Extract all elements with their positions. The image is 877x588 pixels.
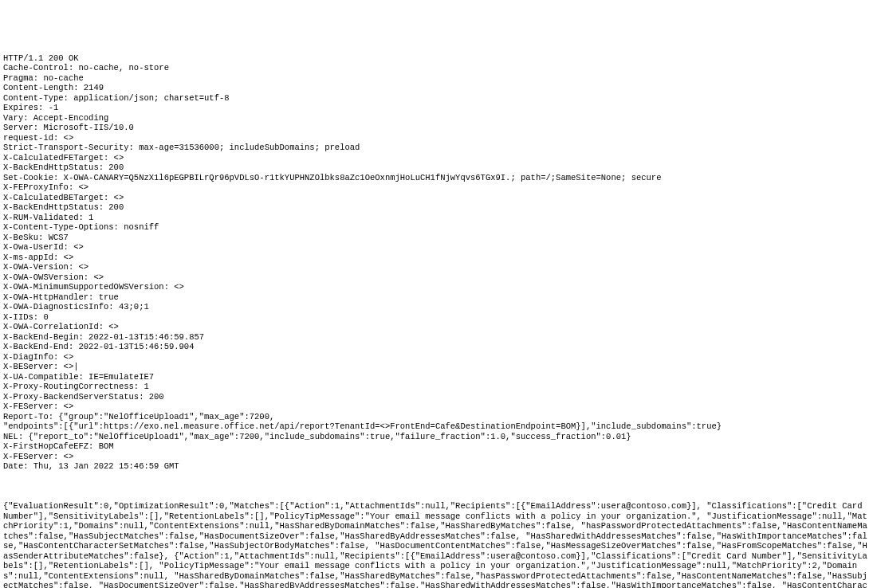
header-line: X-BeSku: WCS7 xyxy=(3,233,69,242)
http-status-line: HTTP/1.1 200 OK xyxy=(3,53,79,63)
header-line: X-BackEndHttpStatus: 200 xyxy=(3,202,124,212)
header-line: X-Proxy-RoutingCorrectness: 1 xyxy=(3,382,149,391)
header-line: "endpoints":[{"url":https://exo.nel.meas… xyxy=(3,421,722,431)
header-line: Expires: -1 xyxy=(3,103,58,112)
header-line: X-FEServer: <> xyxy=(3,402,73,411)
header-line: X-Proxy-BackendServerStatus: 200 xyxy=(3,392,164,402)
json-body-pre: {"EvaluationResult":0,"OptimizationResul… xyxy=(3,501,867,588)
header-line: Content-Type: application/json; charset=… xyxy=(3,93,230,103)
header-line: X-CalculatedBETarget: <> xyxy=(3,193,124,202)
header-line: X-RUM-Validated: 1 xyxy=(3,213,93,222)
http-response-body: {"EvaluationResult":0,"OptimizationResul… xyxy=(3,501,872,588)
header-line: Date: Thu, 13 Jan 2022 15:46:59 GMT xyxy=(3,461,179,471)
header-line: X-BackEnd-End: 2022-01-13T15:46:59.904 xyxy=(3,342,194,351)
header-line: X-BackEndHttpStatus: 200 xyxy=(3,163,124,172)
header-line: Pragma: no-cache xyxy=(3,73,84,83)
header-line: X-ms-appId: <> xyxy=(3,253,73,262)
header-line: X-OWA-CorrelationId: <> xyxy=(3,322,119,331)
header-line: X-UA-Compatible: IE=EmulateIE7 xyxy=(3,372,154,382)
header-line: X-FEProxyInfo: <> xyxy=(3,182,88,192)
header-line: X-BEServer: <>| xyxy=(3,362,79,371)
header-line: Server: Microsoft-IIS/10.0 xyxy=(3,123,134,132)
header-line: X-BackEnd-Begin: 2022-01-13T15:46:59.857 xyxy=(3,332,204,342)
blank-separator xyxy=(3,481,874,492)
header-line: X-IIDs: 0 xyxy=(3,312,49,322)
header-line: Vary: Accept-Encoding xyxy=(3,113,108,123)
header-line: X-OWA-MinimumSupportedOWSVersion: <> xyxy=(3,282,184,292)
header-line: Strict-Transport-Security: max-age=31536… xyxy=(3,143,360,152)
header-line: Cache-Control: no-cache, no-store xyxy=(3,63,169,73)
header-line: X-OWA-HttpHandler: true xyxy=(3,292,119,302)
header-line: X-Content-Type-Options: nosniff xyxy=(3,222,159,232)
header-line: X-CalculatedFETarget: <> xyxy=(3,153,124,163)
header-line: X-OWA-Version: <> xyxy=(3,262,88,272)
header-line: Report-To: {"group":"NelOfficeUpload1","… xyxy=(3,412,274,421)
header-line: X-OWA-DiagnosticsInfo: 43;0;1 xyxy=(3,302,149,312)
header-line: Content-Length: 2149 xyxy=(3,83,104,92)
header-line: X-Owa-UserId: <> xyxy=(3,242,84,252)
header-line: X-DiagInfo: <> xyxy=(3,352,73,362)
header-line: request-id: <> xyxy=(3,133,73,143)
header-line: Set-Cookie: X-OWA-CANARY=Q5NzX1l6pEGPBIL… xyxy=(3,173,661,182)
header-line: X-OWA-OWSVersion: <> xyxy=(3,272,104,282)
http-response-headers: HTTP/1.1 200 OK Cache-Control: no-cache,… xyxy=(3,43,874,472)
header-line: X-FEServer: <> xyxy=(3,452,73,461)
header-line: X-FirstHopCafeEFZ: BOM xyxy=(3,441,114,451)
header-line: NEL: {"report_to":"NelOfficeUpload1","ma… xyxy=(3,432,631,441)
